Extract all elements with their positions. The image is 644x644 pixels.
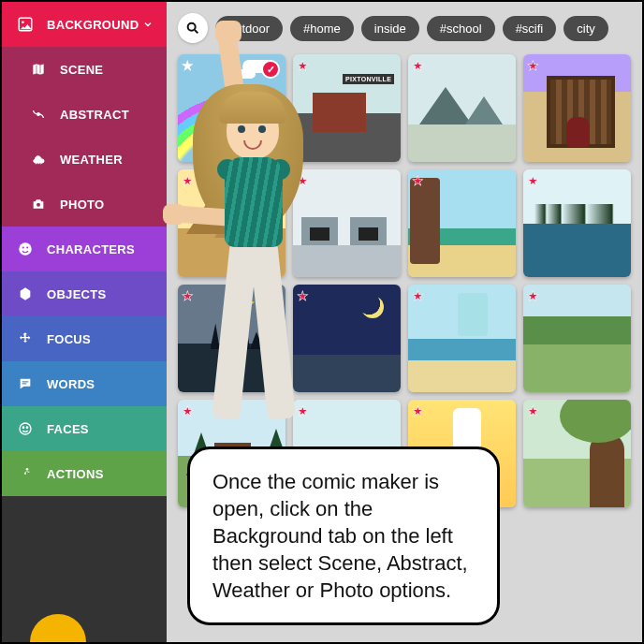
sidebar-item-label: BACKGROUND xyxy=(47,18,139,32)
sidebar-item-label: PHOTO xyxy=(60,198,105,212)
svg-point-1 xyxy=(22,21,24,23)
tag-home[interactable]: #home xyxy=(290,16,354,41)
spiral-icon xyxy=(28,104,49,124)
sidebar-item-focus[interactable]: FOCUS xyxy=(2,316,167,361)
sidebar-item-background[interactable]: BACKGROUND xyxy=(2,2,167,47)
image-icon xyxy=(15,14,36,35)
star-icon: ★ xyxy=(412,403,424,418)
thumb-beach[interactable]: ★ xyxy=(408,285,516,392)
sidebar-item-actions[interactable]: ACTIONS xyxy=(2,451,167,496)
camera-icon xyxy=(28,194,49,214)
sidebar-item-abstract[interactable]: ABSTRACT xyxy=(2,92,167,137)
thumb-beach-cliff[interactable]: ★ xyxy=(408,169,516,277)
guide-character xyxy=(180,39,329,432)
tag-inside[interactable]: inside xyxy=(361,16,419,41)
sidebar-item-label: ACTIONS xyxy=(47,467,104,481)
search-icon xyxy=(185,21,200,36)
instruction-speech-bubble: Once the comic maker is open, click on t… xyxy=(187,446,500,625)
sidebar-item-faces[interactable]: FACES xyxy=(2,406,167,451)
sidebar-item-objects[interactable]: OBJECTS xyxy=(2,271,167,316)
sidebar-item-label: OBJECTS xyxy=(47,287,107,301)
move-icon xyxy=(15,329,36,349)
sidebar-item-characters[interactable]: CHARACTERS xyxy=(2,227,167,271)
sidebar: BACKGROUND SCENE ABSTRACT WEATHER PHOTO … xyxy=(2,2,167,642)
tag-school[interactable]: #school xyxy=(427,16,495,41)
sidebar-item-label: CHARACTERS xyxy=(47,242,135,256)
star-icon: ★ xyxy=(412,173,424,188)
thumb-lake[interactable]: ★ xyxy=(523,169,631,277)
star-icon: ★ xyxy=(527,173,539,188)
instruction-text: Once the comic maker is open, click on t… xyxy=(212,470,468,602)
svg-point-2 xyxy=(37,203,40,207)
svg-rect-6 xyxy=(22,381,29,382)
star-icon: ★ xyxy=(412,288,424,303)
svg-point-3 xyxy=(19,242,32,256)
thumb-mountains[interactable]: ★ xyxy=(408,54,516,162)
svg-point-9 xyxy=(22,427,23,428)
svg-point-4 xyxy=(22,246,24,248)
sidebar-item-label: SCENE xyxy=(60,63,103,77)
sidebar-item-weather[interactable]: WEATHER xyxy=(2,137,167,182)
sidebar-item-label: WEATHER xyxy=(60,153,123,167)
thumb-library[interactable]: ★ xyxy=(523,54,631,162)
chat-icon xyxy=(15,373,36,394)
sidebar-item-photo[interactable]: PHOTO xyxy=(2,182,167,227)
running-icon xyxy=(15,463,36,484)
svg-point-5 xyxy=(26,246,28,248)
sidebar-item-label: FOCUS xyxy=(47,332,91,346)
star-icon: ★ xyxy=(412,58,424,73)
svg-point-8 xyxy=(20,423,31,434)
star-icon: ★ xyxy=(527,403,539,418)
svg-point-11 xyxy=(26,468,29,471)
tag-city[interactable]: city xyxy=(564,16,608,41)
svg-rect-7 xyxy=(22,383,27,384)
thumb-park[interactable]: ★ xyxy=(523,285,631,392)
svg-point-10 xyxy=(26,427,27,428)
hexagon-icon xyxy=(15,284,36,304)
sidebar-item-scene[interactable]: SCENE xyxy=(2,47,167,92)
sidebar-empty xyxy=(2,496,167,642)
face-icon xyxy=(15,239,36,259)
svg-point-12 xyxy=(188,23,196,31)
smile-icon xyxy=(15,418,36,439)
star-icon: ★ xyxy=(527,58,539,73)
tag-scifi[interactable]: #scifi xyxy=(503,16,557,41)
thumb-tree[interactable]: ★ xyxy=(523,400,631,507)
map-icon xyxy=(28,59,49,80)
cloud-rain-icon xyxy=(28,149,49,169)
star-icon: ★ xyxy=(527,288,539,303)
sidebar-item-label: WORDS xyxy=(47,377,95,391)
sidebar-item-label: FACES xyxy=(47,422,89,436)
sidebar-item-label: ABSTRACT xyxy=(60,108,129,122)
help-orb[interactable] xyxy=(30,614,86,644)
sidebar-item-words[interactable]: WORDS xyxy=(2,361,167,406)
chevron-down-icon xyxy=(142,19,154,30)
